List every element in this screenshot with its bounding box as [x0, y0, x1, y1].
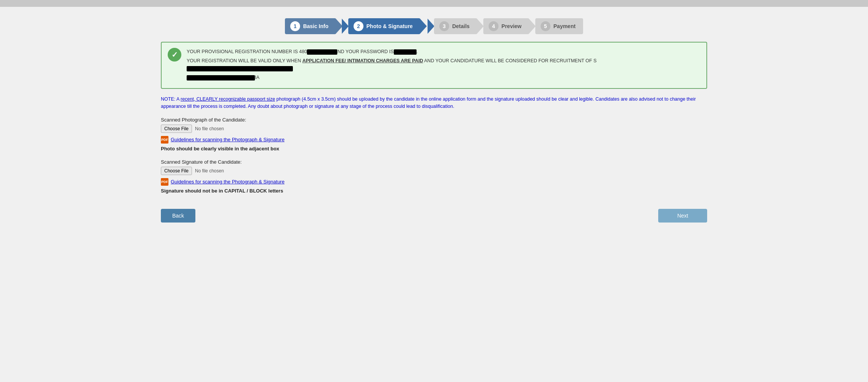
arrow-4-5 — [529, 19, 536, 34]
photo-pdf-icon: PDF — [161, 136, 168, 144]
signature-guidelines-link[interactable]: Guidelines for scanning the Photograph &… — [171, 179, 285, 185]
redacted-line3 — [187, 75, 255, 81]
top-bar — [0, 0, 868, 7]
step-label-1: Basic Info — [303, 23, 329, 29]
success-banner: YOUR PROVISIONAL REGISTRATION NUMBER IS … — [161, 42, 707, 89]
note-section: NOTE: A recent, CLEARLY recognizable pas… — [161, 96, 707, 110]
success-line3: IA — [187, 74, 700, 81]
step-bubble-4[interactable]: 4 Preview — [483, 18, 529, 34]
step-label-4: Preview — [502, 23, 522, 29]
double-chevron — [420, 19, 434, 34]
signature-file-row: Choose File No file chosen — [161, 167, 707, 175]
passport-photo-link[interactable]: recent, CLEARLY recognizable passport si… — [181, 96, 275, 102]
signature-section: Scanned Signature of the Candidate: Choo… — [161, 159, 707, 194]
step-number-5: 5 — [541, 21, 550, 31]
step-bubble-1[interactable]: 1 Basic Info — [285, 18, 336, 34]
success-text: YOUR PROVISIONAL REGISTRATION NUMBER IS … — [187, 48, 700, 83]
photo-section: Scanned Photograph of the Candidate: Cho… — [161, 117, 707, 152]
step-number-2: 2 — [354, 21, 363, 31]
success-icon — [168, 48, 181, 62]
signature-pdf-icon: PDF — [161, 178, 168, 186]
main-container: 1 Basic Info 2 Photo & Signature 3 Detai… — [149, 7, 719, 238]
step-label-5: Payment — [554, 23, 576, 29]
success-line2: YOUR REGISTRATION WILL BE VALID ONLY WHE… — [187, 57, 700, 72]
arrow-3-4 — [477, 19, 484, 34]
step-4: 4 Preview — [483, 18, 529, 34]
step-number-1: 1 — [290, 21, 300, 31]
success-line1: YOUR PROVISIONAL REGISTRATION NUMBER IS … — [187, 48, 700, 55]
photo-no-file: No file chosen — [195, 126, 224, 131]
signature-hint: Signature should not be in CAPITAL / BLO… — [161, 188, 707, 194]
arrow-connector-2 — [342, 19, 349, 34]
step-number-4: 4 — [489, 21, 498, 31]
next-button[interactable]: Next — [658, 209, 707, 223]
step-number-3: 3 — [439, 21, 449, 31]
photo-guidelines-link[interactable]: Guidelines for scanning the Photograph &… — [171, 137, 285, 142]
redacted-reg — [307, 49, 337, 55]
step-bubble-5[interactable]: 5 Payment — [535, 18, 583, 34]
back-button[interactable]: Back — [161, 209, 195, 223]
chevron-2 — [428, 19, 434, 34]
step-label-2: Photo & Signature — [366, 23, 413, 29]
redacted-suffix — [187, 66, 293, 71]
step-label-3: Details — [452, 23, 470, 29]
step-2: 2 Photo & Signature — [348, 18, 420, 34]
redacted-pass — [394, 49, 417, 55]
signature-label: Scanned Signature of the Candidate: — [161, 159, 707, 165]
photo-hint: Photo should be clearly visible in the a… — [161, 146, 707, 152]
signature-guidelines-row: PDF Guidelines for scanning the Photogra… — [161, 178, 707, 186]
signature-choose-file-button[interactable]: Choose File — [161, 167, 192, 175]
chevron-1 — [420, 19, 427, 34]
step-1: 1 Basic Info — [285, 18, 336, 34]
step-5: 5 Payment — [535, 18, 583, 34]
photo-choose-file-button[interactable]: Choose File — [161, 125, 192, 133]
step-3: 3 Details — [434, 18, 477, 34]
photo-guidelines-row: PDF Guidelines for scanning the Photogra… — [161, 136, 707, 144]
photo-label: Scanned Photograph of the Candidate: — [161, 117, 707, 123]
step-bubble-3[interactable]: 3 Details — [434, 18, 477, 34]
bottom-buttons: Back Next — [161, 209, 707, 230]
photo-file-row: Choose File No file chosen — [161, 125, 707, 133]
step-bubble-2[interactable]: 2 Photo & Signature — [348, 18, 420, 34]
arrow-1-2 — [336, 19, 348, 34]
stepper: 1 Basic Info 2 Photo & Signature 3 Detai… — [161, 18, 707, 34]
signature-no-file: No file chosen — [195, 168, 224, 174]
